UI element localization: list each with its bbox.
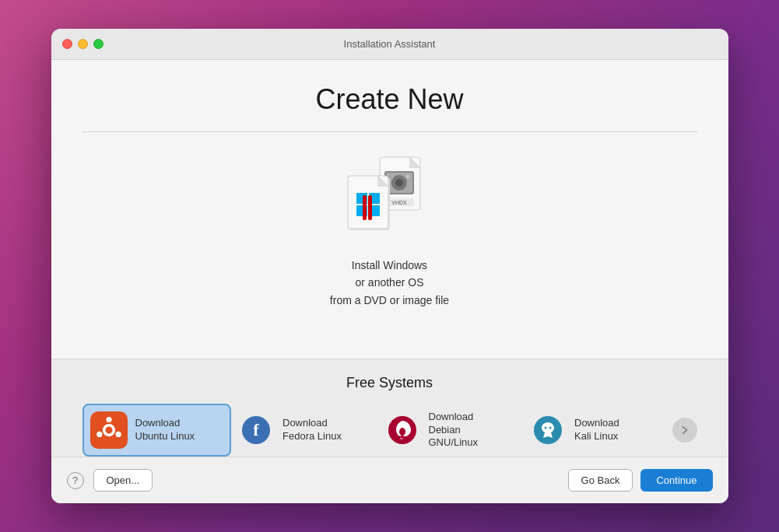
fedora-icon: f <box>237 411 275 449</box>
bottom-bar: ? Open... Go Back Continue <box>51 457 728 503</box>
systems-row: DownloadUbuntu Linux f DownloadFedora Li… <box>82 404 697 457</box>
top-section: Create New <box>51 60 728 359</box>
open-button[interactable]: Open... <box>93 469 153 492</box>
window-title: Installation Assistant <box>344 38 436 50</box>
svg-point-30 <box>549 427 552 429</box>
kali-label: DownloadKali Linux <box>574 417 619 443</box>
page-title: Create New <box>315 83 463 116</box>
bottom-right-controls: Go Back Continue <box>568 469 713 492</box>
install-description: Install Windows or another OS from a DVD… <box>330 257 449 309</box>
kali-item[interactable]: DownloadKali Linux <box>523 405 669 455</box>
svg-point-27 <box>388 416 416 444</box>
help-button[interactable]: ? <box>67 472 84 489</box>
main-window: Installation Assistant Create New <box>51 29 728 503</box>
svg-point-23 <box>115 432 121 437</box>
doc-front-icon <box>347 175 402 241</box>
traffic-lights <box>62 39 104 49</box>
continue-button[interactable]: Continue <box>640 469 712 492</box>
divider <box>82 131 697 132</box>
go-back-button[interactable]: Go Back <box>568 469 633 492</box>
svg-text:f: f <box>253 420 259 439</box>
titlebar: Installation Assistant <box>51 29 728 60</box>
svg-point-24 <box>96 432 102 437</box>
debian-icon <box>384 411 421 449</box>
kali-icon <box>529 411 567 449</box>
svg-rect-18 <box>363 195 367 220</box>
ubuntu-icon <box>90 411 128 449</box>
svg-point-29 <box>545 427 547 429</box>
fedora-item[interactable]: f DownloadFedora Linux <box>231 405 377 455</box>
vhdx-icon: VHDX <box>347 156 433 241</box>
ubuntu-item[interactable]: DownloadUbuntu Linux <box>82 404 232 457</box>
maximize-button[interactable] <box>93 39 104 49</box>
debian-label: DownloadDebian GNU/Linux <box>429 411 508 450</box>
fedora-label: DownloadFedora Linux <box>282 417 342 443</box>
svg-point-7 <box>406 175 409 178</box>
minimize-button[interactable] <box>78 39 88 49</box>
bottom-left-controls: ? Open... <box>67 469 153 492</box>
svg-rect-19 <box>368 195 372 220</box>
free-systems-title: Free Systems <box>82 375 697 391</box>
svg-point-22 <box>106 417 111 422</box>
free-systems-section: Free Systems DownloadUbuntu <box>51 359 728 457</box>
debian-item[interactable]: DownloadDebian GNU/Linux <box>377 404 524 457</box>
content-area: Create New <box>51 60 728 503</box>
close-button[interactable] <box>62 39 72 49</box>
ubuntu-label: DownloadUbuntu Linux <box>135 417 195 443</box>
scroll-right-arrow[interactable] <box>672 418 697 443</box>
